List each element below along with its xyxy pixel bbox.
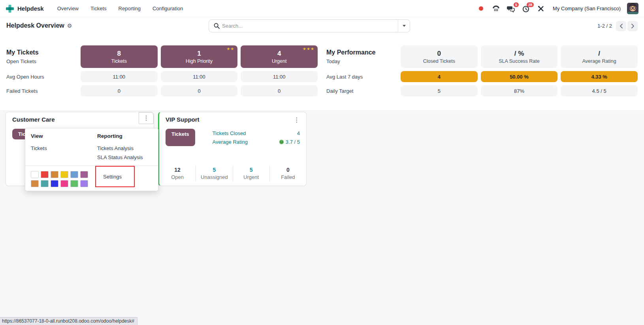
- top-navbar: Helpdesk Overview Tickets Reporting Conf…: [0, 0, 644, 17]
- color-swatch-red[interactable]: [41, 171, 49, 178]
- color-swatch-blue[interactable]: [70, 171, 78, 178]
- tickets-count-tile[interactable]: 8 Tickets: [81, 45, 158, 68]
- menu-item-tickets[interactable]: Tickets: [31, 144, 86, 153]
- daily-target-sla: 87%: [481, 85, 558, 96]
- app-switcher[interactable]: Helpdesk: [6, 4, 44, 13]
- vip-support-kebab-button[interactable]: ⋮: [290, 116, 303, 124]
- debug-tools-button[interactable]: [535, 3, 546, 14]
- stat-value: 12: [159, 167, 196, 173]
- stat-unassigned[interactable]: 5 Unassigned: [196, 165, 232, 182]
- app-name: Helpdesk: [17, 5, 44, 12]
- color-swatch-orange[interactable]: [51, 171, 58, 178]
- closed-tickets-tile: 0 Closed Tickets: [401, 45, 478, 68]
- vip-support-card: VIP Support ⋮ Tickets Tickets Closed 4 A…: [158, 112, 307, 186]
- search-icon: [209, 23, 222, 29]
- pager-value[interactable]: 1-2 / 2: [597, 23, 612, 29]
- stat-value: 5: [196, 167, 232, 173]
- stars: ★★: [226, 47, 234, 51]
- search-input[interactable]: [222, 23, 398, 29]
- color-swatch-white[interactable]: [31, 171, 39, 178]
- tile-value: 4: [277, 50, 281, 58]
- color-swatch-magenta[interactable]: [60, 180, 68, 187]
- phone-icon: [492, 5, 500, 12]
- vip-stats-row: 12 Open 5 Unassigned 5 Urgent 0 Failed: [159, 165, 306, 182]
- smiley-icon: [279, 139, 284, 145]
- average-rating-tile: / Average Rating: [561, 45, 638, 68]
- avg-last-7-days-label: Avg Last 7 days: [326, 71, 397, 82]
- avg-open-hours-value: 11:00: [161, 71, 238, 82]
- voip-phone-icon[interactable]: [490, 3, 501, 14]
- menu-item-sla-status-analysis[interactable]: SLA Status Analysis: [97, 153, 153, 162]
- messages-badge: 5: [514, 2, 519, 8]
- menu-overview[interactable]: Overview: [53, 3, 83, 14]
- urgent-tile[interactable]: ★★★ 4 Urgent: [241, 45, 318, 68]
- stat-label: Unassigned: [196, 174, 232, 180]
- chevron-right-icon: [631, 24, 635, 28]
- pager-previous-button[interactable]: [616, 21, 626, 31]
- customer-care-title: Customer Care: [12, 116, 55, 123]
- menu-item-tickets-analysis[interactable]: Tickets Analysis: [97, 144, 153, 153]
- color-swatch-green[interactable]: [70, 180, 78, 187]
- color-picker: [31, 171, 88, 187]
- helpdesk-logo-icon: [6, 4, 14, 13]
- stat-urgent[interactable]: 5 Urgent: [233, 165, 269, 182]
- customer-care-kebab-button[interactable]: ⋮: [139, 112, 154, 124]
- tickets-closed-row[interactable]: Tickets Closed 4: [213, 129, 300, 137]
- avg-sla-7days-value[interactable]: 50.00 %: [481, 71, 558, 82]
- tickets-closed-label: Tickets Closed: [213, 130, 246, 136]
- page-title: Helpdesk Overview: [6, 22, 64, 29]
- messages-button[interactable]: 5: [505, 3, 516, 14]
- tile-label: Urgent: [272, 58, 287, 64]
- stat-failed[interactable]: 0 Failed: [269, 165, 306, 182]
- tile-label: SLA Success Rate: [499, 58, 540, 64]
- open-tickets-label: Open Tickets: [6, 58, 77, 64]
- chevron-down-icon: [403, 25, 406, 27]
- high-priority-tile[interactable]: ★★ 1 High Priority: [161, 45, 238, 68]
- gear-icon[interactable]: ⚙: [67, 23, 72, 29]
- search-bar: [209, 19, 410, 32]
- kanban-area: Customer Care ⋮ Tickets View Tickets Rep…: [0, 111, 644, 325]
- stars: ★★★: [303, 47, 314, 51]
- customer-care-card: Customer Care ⋮ Tickets View Tickets Rep…: [6, 112, 154, 186]
- menu-item-settings[interactable]: Settings: [96, 174, 122, 180]
- pager: 1-2 / 2: [597, 19, 638, 32]
- stat-open[interactable]: 12 Open: [159, 165, 196, 182]
- settings-annotation-box: Settings: [95, 166, 135, 187]
- average-rating-label: Average Rating: [213, 139, 248, 145]
- menu-reporting-heading: Reporting: [97, 133, 153, 139]
- recording-indicator-icon[interactable]: [475, 3, 486, 14]
- vip-tickets-button[interactable]: Tickets: [166, 129, 195, 146]
- stat-value: 5: [233, 167, 269, 173]
- stat-label: Urgent: [233, 174, 269, 180]
- avg-open-hours-value: 11:00: [241, 71, 318, 82]
- menu-tickets[interactable]: Tickets: [86, 3, 111, 14]
- tile-label: Average Rating: [582, 58, 616, 64]
- today-label: Today: [326, 58, 397, 64]
- tile-label: Tickets: [111, 58, 127, 64]
- systray: 5 28 My Company (San Francisco): [475, 3, 638, 14]
- menu-reporting[interactable]: Reporting: [114, 3, 145, 14]
- company-switcher[interactable]: My Company (San Francisco): [550, 6, 623, 11]
- pager-next-button[interactable]: [627, 21, 638, 31]
- average-rating-row[interactable]: Average Rating 3.7 / 5: [213, 137, 300, 146]
- activities-button[interactable]: 28: [520, 3, 531, 14]
- search-options-toggle[interactable]: [398, 20, 410, 32]
- stat-label: Open: [159, 174, 196, 180]
- user-avatar[interactable]: [627, 3, 638, 14]
- color-swatch-purple[interactable]: [80, 171, 88, 178]
- color-swatch-violet[interactable]: [80, 180, 88, 187]
- menu-divider: [25, 165, 158, 166]
- avg-rating-7days-value[interactable]: 4.33 %: [561, 71, 638, 82]
- my-performance-group: My Performance Today 0 Closed Tickets / …: [326, 45, 638, 96]
- color-swatch-indigo[interactable]: [51, 180, 58, 187]
- menu-configuration[interactable]: Configuration: [148, 3, 188, 14]
- color-swatch-brown[interactable]: [31, 180, 39, 187]
- tile-label: Closed Tickets: [423, 58, 455, 64]
- color-swatch-teal[interactable]: [41, 180, 49, 187]
- my-tickets-title: My Tickets: [6, 49, 77, 56]
- failed-tickets-value: 0: [81, 85, 158, 96]
- daily-target-closed: 5: [401, 85, 478, 96]
- avg-closed-7days-value[interactable]: 4: [401, 71, 478, 82]
- dashboard-banner: My Tickets Open Tickets 8 Tickets ★★ 1 H…: [0, 34, 644, 111]
- color-swatch-yellow[interactable]: [60, 171, 68, 178]
